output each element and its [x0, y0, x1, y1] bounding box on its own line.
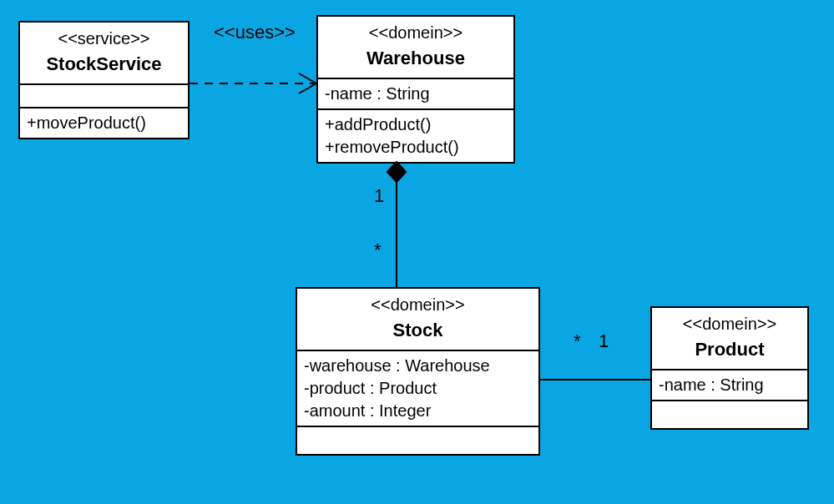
multiplicity-many: * — [574, 330, 581, 352]
attribute: -amount : Integer — [304, 400, 532, 422]
attributes-section: -name : String — [318, 78, 513, 108]
stereotype-label: <<service>> — [27, 28, 181, 50]
class-name: Stock — [304, 318, 532, 343]
attributes-section: -name : String — [652, 369, 807, 400]
multiplicity-many: * — [374, 239, 382, 261]
class-name: Warehouse — [325, 46, 507, 71]
uses-label: <<uses>> — [214, 22, 296, 43]
class-name: Product — [659, 337, 801, 362]
operations-section — [652, 400, 807, 428]
attributes-section: -warehouse : Warehouse -product : Produc… — [297, 350, 538, 426]
attribute: -name : String — [325, 83, 507, 105]
operations-section: +moveProduct() — [20, 107, 188, 138]
uml-canvas: <<service>> StockService +moveProduct() … — [0, 0, 834, 504]
attribute: -warehouse : Warehouse — [304, 355, 532, 377]
class-stock: <<domein>> Stock -warehouse : Warehouse … — [296, 287, 540, 456]
multiplicity-one: 1 — [599, 330, 609, 352]
stereotype-label: <<domein>> — [304, 294, 532, 316]
class-warehouse: <<domein>> Warehouse -name : String +add… — [316, 15, 515, 164]
operation: +moveProduct() — [27, 112, 181, 134]
class-stock-service: <<service>> StockService +moveProduct() — [18, 21, 190, 139]
class-product: <<domein>> Product -name : String — [650, 306, 809, 430]
class-name: StockService — [27, 52, 181, 77]
attribute: -product : Product — [304, 377, 532, 400]
operations-section: +addProduct() +removeProduct() — [318, 108, 513, 162]
stereotype-label: <<domein>> — [659, 313, 801, 335]
stereotype-label: <<domein>> — [325, 22, 507, 44]
operations-section — [297, 426, 538, 454]
composition-diamond-icon — [387, 161, 407, 183]
operation: +addProduct() — [325, 113, 507, 136]
attributes-section — [20, 83, 188, 107]
multiplicity-one: 1 — [374, 185, 384, 207]
attribute: -name : String — [659, 374, 801, 396]
operation: +removeProduct() — [325, 136, 507, 159]
dependency-arrowhead-icon — [299, 73, 316, 93]
